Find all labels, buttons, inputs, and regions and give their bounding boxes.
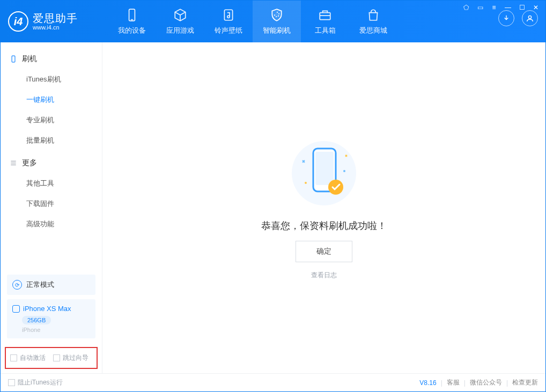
sidebar-bottom: ⟳ 正常模式 iPhone XS Max 256GB iPhone xyxy=(1,269,102,343)
svg-point-16 xyxy=(343,170,345,172)
sidebar-item-itunes[interactable]: iTunes刷机 xyxy=(1,69,102,90)
footer-link-update[interactable]: 检查更新 xyxy=(512,378,538,387)
footer-link-support[interactable]: 客服 xyxy=(447,378,460,387)
phone-small-icon xyxy=(9,55,18,63)
checkbox-auto-activate[interactable]: 自动激活 xyxy=(10,353,46,363)
sidebar-cat-flash: 刷机 xyxy=(1,47,102,69)
close-icon[interactable]: ✕ xyxy=(532,4,540,11)
options-highlight: 自动激活 跳过向导 xyxy=(5,347,98,369)
brand-url: www.i4.cn xyxy=(33,24,78,31)
sidebar-item-firmware[interactable]: 下载固件 xyxy=(1,194,102,214)
nav-apps-games[interactable]: 应用游戏 xyxy=(156,1,204,42)
device-card[interactable]: iPhone XS Max 256GB iPhone xyxy=(7,299,95,338)
user-icon[interactable] xyxy=(522,10,538,26)
svg-point-15 xyxy=(305,182,307,184)
mode-card[interactable]: ⟳ 正常模式 xyxy=(7,275,95,295)
success-illustration xyxy=(286,136,361,211)
menu-icon[interactable]: ≡ xyxy=(490,4,498,11)
checkbox-skip-guide[interactable]: 跳过向导 xyxy=(53,353,88,363)
version-label: V8.16 xyxy=(419,379,436,387)
device-type: iPhone xyxy=(22,327,90,333)
top-nav: 我的设备 应用游戏 铃声壁纸 智能刷机 工具箱 爱思商城 xyxy=(108,1,397,42)
main-content: 恭喜您，保资料刷机成功啦！ 确定 查看日志 xyxy=(102,42,545,373)
download-icon[interactable] xyxy=(498,10,514,26)
svg-rect-13 xyxy=(315,152,334,185)
svg-point-6 xyxy=(528,16,531,18)
footer-link-wechat[interactable]: 微信公众号 xyxy=(470,378,502,387)
checkbox-block-itunes[interactable]: 阻止iTunes运行 xyxy=(8,378,63,387)
svg-point-3 xyxy=(227,16,230,18)
nav-store[interactable]: 爱思商城 xyxy=(349,1,397,42)
sidebar-item-oneclick[interactable]: 一键刷机 xyxy=(1,90,102,110)
nav-my-device[interactable]: 我的设备 xyxy=(108,1,156,42)
music-icon xyxy=(222,8,235,23)
logo[interactable]: i4 爱思助手 www.i4.cn xyxy=(8,11,105,32)
logo-icon: i4 xyxy=(8,11,28,32)
device-phone-icon xyxy=(12,305,20,313)
brand-name: 爱思助手 xyxy=(33,12,78,24)
nav-smart-flash[interactable]: 智能刷机 xyxy=(253,1,301,42)
bag-icon xyxy=(366,8,380,23)
maximize-icon[interactable]: ☐ xyxy=(518,4,526,11)
view-log-link[interactable]: 查看日志 xyxy=(311,271,337,280)
skin-icon[interactable]: ⬠ xyxy=(462,4,470,11)
ok-button[interactable]: 确定 xyxy=(296,241,352,262)
body: 刷机 iTunes刷机 一键刷机 专业刷机 批量刷机 更多 其他工具 下载固件 … xyxy=(1,42,545,373)
nav-ringtones[interactable]: 铃声壁纸 xyxy=(204,1,253,42)
shield-icon xyxy=(270,8,284,23)
sidebar-item-batch[interactable]: 批量刷机 xyxy=(1,130,102,151)
success-message: 恭喜您，保资料刷机成功啦！ xyxy=(261,219,387,232)
cube-icon xyxy=(173,8,187,23)
window-controls: ⬠ ▭ ≡ — ☐ ✕ xyxy=(462,4,540,11)
mode-label: 正常模式 xyxy=(26,280,54,290)
svg-rect-2 xyxy=(224,10,232,20)
sidebar-item-advanced[interactable]: 高级功能 xyxy=(1,214,102,234)
svg-rect-0 xyxy=(129,9,135,21)
device-name: iPhone XS Max xyxy=(23,305,71,313)
mode-icon: ⟳ xyxy=(12,280,22,290)
svg-rect-4 xyxy=(320,13,330,20)
footer: 阻止iTunes运行 V8.16 | 客服 | 微信公众号 | 检查更新 xyxy=(1,373,545,391)
list-icon xyxy=(9,159,18,167)
minimize-icon[interactable]: — xyxy=(504,4,512,11)
sidebar-nav: 刷机 iTunes刷机 一键刷机 专业刷机 批量刷机 更多 其他工具 下载固件 … xyxy=(1,42,102,269)
device-storage: 256GB xyxy=(22,316,51,324)
phone-icon xyxy=(125,8,139,23)
nav-toolbox[interactable]: 工具箱 xyxy=(301,1,349,42)
briefcase-icon xyxy=(318,8,332,23)
sidebar-item-other[interactable]: 其他工具 xyxy=(1,173,102,194)
svg-rect-7 xyxy=(12,56,15,62)
app-window: ⬠ ▭ ≡ — ☐ ✕ i4 爱思助手 www.i4.cn 我的设备 应用游戏 xyxy=(0,0,546,392)
feedback-icon[interactable]: ▭ xyxy=(476,4,484,11)
header-right xyxy=(498,10,538,33)
sidebar-cat-more: 更多 xyxy=(1,151,102,173)
sidebar: 刷机 iTunes刷机 一键刷机 专业刷机 批量刷机 更多 其他工具 下载固件 … xyxy=(1,42,102,373)
sidebar-item-pro[interactable]: 专业刷机 xyxy=(1,110,102,130)
